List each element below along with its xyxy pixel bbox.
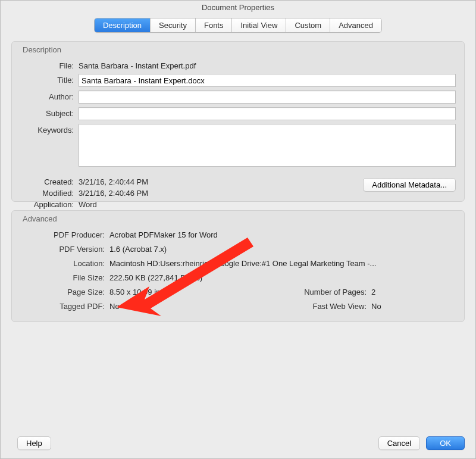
title-label: Title: xyxy=(20,74,79,85)
keywords-label: Keywords: xyxy=(20,124,79,135)
num-pages-label: Number of Pages: xyxy=(288,286,371,296)
title-input[interactable] xyxy=(79,74,456,87)
pdf-version-value: 1.6 (Acrobat 7.x) xyxy=(109,243,456,254)
content-area: Description File: Santa Barbara - Instan… xyxy=(1,41,475,322)
page-size-value: 8.50 x 10.99 in xyxy=(109,286,288,296)
tab-security[interactable]: Security xyxy=(151,18,196,32)
tab-fonts[interactable]: Fonts xyxy=(196,18,233,32)
tagged-pdf-value: No xyxy=(109,300,288,311)
tab-initial-view[interactable]: Initial View xyxy=(232,18,286,32)
tab-advanced[interactable]: Advanced xyxy=(330,18,381,32)
file-label: File: xyxy=(20,60,79,70)
cancel-button[interactable]: Cancel xyxy=(378,436,420,450)
document-properties-window: Document Properties DescriptionSecurityF… xyxy=(0,0,476,459)
tab-custom[interactable]: Custom xyxy=(286,18,330,32)
created-label: Created: xyxy=(20,177,79,186)
additional-metadata-button[interactable]: Additional Metadata... xyxy=(363,178,456,192)
file-size-value: 222.50 KB (227,841 Bytes) xyxy=(109,271,456,282)
tab-description[interactable]: Description xyxy=(95,18,151,32)
modified-label: Modified: xyxy=(20,189,79,198)
page-size-label: Page Size: xyxy=(20,286,109,296)
author-input[interactable] xyxy=(79,90,456,104)
file-size-label: File Size: xyxy=(20,271,109,282)
ok-button[interactable]: OK xyxy=(426,436,465,450)
pdf-producer-value: Acrobat PDFMaker 15 for Word xyxy=(109,229,456,239)
keywords-input[interactable] xyxy=(79,124,456,167)
subject-label: Subject: xyxy=(20,107,79,118)
author-label: Author: xyxy=(20,90,79,101)
tagged-pdf-label: Tagged PDF: xyxy=(20,300,109,311)
footer-bar: Help Cancel OK xyxy=(11,436,465,450)
description-group: Description File: Santa Barbara - Instan… xyxy=(11,41,465,202)
pdf-version-label: PDF Version: xyxy=(20,243,109,254)
location-value: Macintosh HD:Users:rheinrich:Google Driv… xyxy=(109,257,456,268)
advanced-group: Advanced PDF Producer: Acrobat PDFMaker … xyxy=(11,210,465,322)
location-label: Location: xyxy=(20,257,109,268)
help-button[interactable]: Help xyxy=(17,436,51,450)
num-pages-value: 2 xyxy=(371,286,456,296)
file-value: Santa Barbara - Instant Expert.pdf xyxy=(79,60,456,70)
application-label: Application: xyxy=(20,200,79,209)
fast-web-value: No xyxy=(371,300,456,311)
window-title: Document Properties xyxy=(1,1,475,15)
fast-web-label: Fast Web View: xyxy=(288,300,371,311)
pdf-producer-label: PDF Producer: xyxy=(20,229,109,239)
application-value: Word xyxy=(79,200,456,209)
advanced-legend: Advanced xyxy=(20,214,60,223)
tab-bar: DescriptionSecurityFontsInitial ViewCust… xyxy=(1,18,475,33)
subject-input[interactable] xyxy=(79,107,456,120)
description-legend: Description xyxy=(20,45,64,54)
